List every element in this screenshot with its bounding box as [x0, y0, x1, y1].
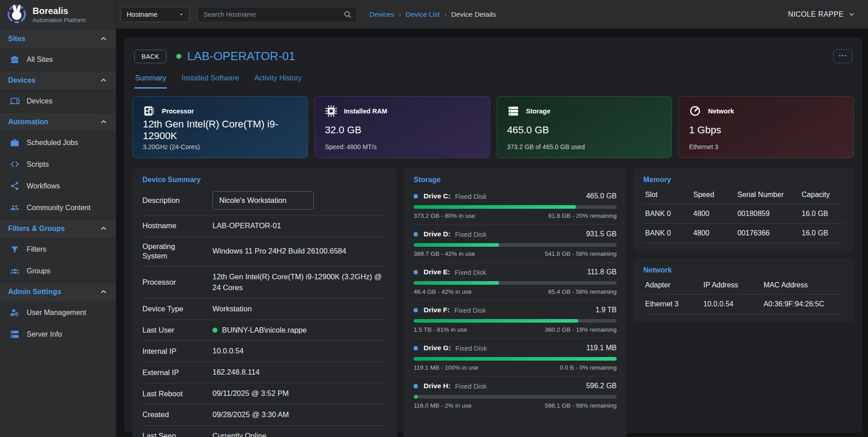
- tab-installed-software[interactable]: Installed Software: [180, 74, 240, 89]
- brand-name: Borealis: [33, 6, 86, 16]
- sidebar-item-label: Server Info: [27, 330, 62, 338]
- chevron-up-icon: [99, 118, 108, 126]
- sidebar-section-label: Filters & Groups: [8, 225, 65, 233]
- drive-row-c: Drive C: Fixed Disk 465.0 GB 373.2 GB - …: [414, 187, 617, 225]
- sidebar-section-admin-settings[interactable]: Admin Settings: [0, 282, 116, 302]
- sidebar-item-user-management[interactable]: User Management: [0, 302, 116, 324]
- summary-value: BUNNY-LAB\nicole.rappe: [212, 325, 307, 336]
- drive-usage-fill: [414, 319, 578, 323]
- drive-bullet-icon: [414, 270, 418, 274]
- back-button[interactable]: BACK: [134, 50, 166, 63]
- storage-title: Storage: [414, 176, 617, 184]
- sidebar-item-workflows[interactable]: Workflows: [0, 175, 116, 197]
- stat-card-label: Network: [708, 108, 734, 115]
- sidebar-item-scheduled-jobs[interactable]: Scheduled Jobs: [0, 132, 116, 154]
- devices-icon: [10, 96, 19, 106]
- sidebar-section-filters-groups[interactable]: Filters & Groups: [0, 219, 116, 239]
- network-ip: 10.0.0.54: [702, 295, 762, 314]
- memory-table: Slot Speed Serial Number Capacity BANK 0: [643, 187, 844, 243]
- memory-row: BANK 0 4800 00180859 16.0 GB: [643, 204, 844, 224]
- summary-row-external-ip: External IP 162.248.8.114: [142, 362, 387, 383]
- breadcrumb-separator: ›: [444, 10, 447, 18]
- device-summary-title: Device Summary: [142, 176, 387, 184]
- search-icon: [343, 10, 352, 19]
- network-mac: A0:36:9F:94:26:5C: [762, 295, 844, 314]
- sidebar-section-automation[interactable]: Automation: [0, 112, 116, 132]
- sidebar-item-community-content[interactable]: Community Content: [0, 197, 116, 219]
- network-row: Ethernet 3 10.0.0.54 A0:36:9F:94:26:5C: [643, 295, 844, 314]
- topbar: Hostname Devices › Device List › Device …: [116, 0, 868, 29]
- stat-card-value: 1 Gbps: [689, 124, 844, 136]
- drive-type: Fixed Disk: [455, 193, 486, 200]
- briefcase-icon: [10, 138, 19, 147]
- drive-usage-fill: [414, 395, 418, 399]
- summary-row-created: Created 09/28/2025 @ 3:30 AM: [142, 404, 387, 426]
- sidebar-item-all-sites[interactable]: All Sites: [0, 49, 116, 70]
- drive-row-f: Drive F: Fixed Disk 1.9 TB 1.5 TB - 81% …: [414, 301, 617, 338]
- sidebar-item-label: All Sites: [27, 56, 53, 64]
- drive-size: 119.1 MB: [586, 344, 617, 352]
- sidebar-item-scripts[interactable]: Scripts: [0, 154, 116, 175]
- ram-icon: [325, 105, 337, 117]
- main-area: Hostname Devices › Device List › Device …: [116, 0, 868, 437]
- memory-title: Memory: [643, 176, 844, 184]
- drive-bullet-icon: [414, 232, 418, 236]
- workflow-icon: [10, 181, 19, 191]
- sidebar-nav: Sites All Sites Devices Devices Automati…: [0, 29, 116, 345]
- chevron-up-icon: [99, 225, 108, 233]
- summary-row-operating-system: Operating System Windows 11 Pro 24H2 Bui…: [142, 237, 387, 267]
- network-title: Network: [643, 266, 844, 274]
- tab-summary[interactable]: Summary: [134, 74, 167, 89]
- summary-label: Last Seen: [142, 431, 201, 437]
- search-input[interactable]: [203, 11, 343, 18]
- summary-row-last-reboot: Last Reboot 09/11/2025 @ 3:52 PM: [142, 383, 387, 404]
- stat-cards: Processor 12th Gen Intel(R) Core(TM) i9-…: [132, 96, 854, 158]
- description-input[interactable]: [212, 191, 314, 210]
- user-menu[interactable]: NICOLE RAPPE: [788, 10, 855, 19]
- filter-icon: [10, 244, 19, 254]
- brand-logo-area[interactable]: Borealis Automation Platform: [0, 0, 116, 29]
- sidebar-item-label: Groups: [27, 267, 50, 275]
- sidebar-section-label: Devices: [8, 76, 36, 85]
- memory-header-capacity: Capacity: [800, 187, 844, 204]
- brand-text: Borealis Automation Platform: [33, 6, 86, 23]
- search-field-select[interactable]: Hostname: [121, 7, 189, 22]
- drive-bullet-icon: [414, 194, 418, 198]
- summary-row-hostname: Hostname LAB-OPERATOR-01: [142, 216, 387, 237]
- sidebar-item-filters[interactable]: Filters: [0, 239, 116, 260]
- sidebar-item-groups[interactable]: Groups: [0, 260, 116, 282]
- drive-usage-fill: [414, 243, 499, 247]
- device-title: LAB-OPERATOR-01: [187, 49, 295, 63]
- summary-row-device-type: Device Type Workstation: [142, 299, 387, 320]
- sidebar-item-label: User Management: [27, 309, 86, 317]
- sidebar-section-devices[interactable]: Devices: [0, 70, 116, 90]
- breadcrumb-device-list[interactable]: Device List: [406, 10, 440, 19]
- drive-used: 116.0 MB - 2% in use: [414, 402, 472, 409]
- breadcrumb-devices[interactable]: Devices: [369, 10, 394, 19]
- summary-row-description: Description: [142, 187, 387, 216]
- memory-row: BANK 0 4800 00176366 16.0 GB: [643, 224, 844, 243]
- drive-usage-bar: [414, 205, 617, 209]
- summary-value: 12th Gen Intel(R) Core(TM) i9-12900K (3.…: [212, 272, 387, 293]
- drive-usage-fill: [414, 205, 576, 209]
- cpu-icon: [143, 105, 155, 117]
- user-name: NICOLE RAPPE: [788, 10, 844, 19]
- sidebar-section-sites[interactable]: Sites: [0, 29, 116, 49]
- network-header-adapter: Adapter: [643, 277, 702, 295]
- stat-card-storage: Storage 465.0 GB 373.2 GB of 465.0 GB us…: [497, 96, 672, 158]
- drive-usage-bar: [414, 395, 617, 399]
- drive-size: 931.5 GB: [586, 230, 617, 238]
- drive-used: 1.5 TB - 81% in use: [414, 326, 467, 333]
- tab-activity-history[interactable]: Activity History: [254, 74, 303, 89]
- drive-type: Fixed Disk: [455, 344, 487, 352]
- summary-row-internal-ip: Internal IP 10.0.0.54: [142, 341, 387, 362]
- sidebar-item-server-info[interactable]: Server Info: [0, 324, 116, 345]
- drive-remaining: 360.2 GB - 19% remaining: [545, 326, 617, 333]
- stat-card-value: 32.0 GB: [325, 124, 480, 136]
- sidebar-item-devices[interactable]: Devices: [0, 90, 116, 112]
- drive-type: Fixed Disk: [454, 306, 486, 314]
- stat-card-caption: 373.2 GB of 465.0 GB used: [507, 143, 662, 150]
- more-actions-button[interactable]: [833, 49, 852, 63]
- memory-header-serial: Serial Number: [736, 187, 800, 204]
- disks-icon: [507, 105, 519, 117]
